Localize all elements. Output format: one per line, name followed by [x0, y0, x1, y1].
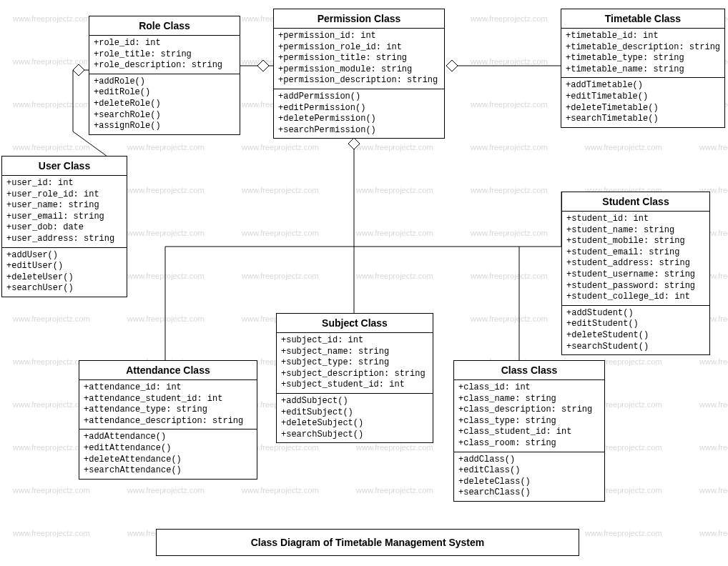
class-ops: +addSubject()+editSubject()+deleteSubjec… [277, 394, 433, 442]
class-member: +attendance_id: int [84, 382, 252, 394]
class-member: +editRole() [94, 87, 235, 99]
watermark-text: www.freeprojectz.com [699, 486, 728, 495]
class-member: +searchRole() [94, 110, 235, 121]
watermark-text: www.freeprojectz.com [127, 486, 205, 495]
class-ops: +addStudent()+editStudent()+deleteStuden… [562, 306, 709, 354]
class-member: +permission_title: string [278, 53, 440, 64]
class-member: +student_name: string [566, 225, 705, 237]
class-ops: +addUser()+editUser()+deleteUser()+searc… [2, 248, 127, 297]
class-member: +user_id: int [6, 178, 122, 189]
class-student: Student Class +student_id: int+student_n… [561, 192, 710, 355]
class-role: Role Class +role_id: int+role_title: str… [89, 16, 240, 135]
class-member: +editPermission() [278, 103, 440, 114]
class-member: +editAttendance() [84, 443, 252, 455]
class-ops: +addTimetable()+editTimetable()+deleteTi… [561, 78, 724, 126]
diagram-title-text: Class Diagram of Timetable Management Sy… [251, 537, 485, 548]
watermark-text: www.freeprojectz.com [699, 529, 728, 537]
class-member: +student_username: string [566, 269, 705, 281]
class-attrs: +user_id: int+user_role_id: int+user_nam… [2, 176, 127, 248]
svg-marker-9 [348, 138, 360, 149]
svg-marker-7 [446, 60, 458, 71]
watermark-text: www.freeprojectz.com [13, 143, 90, 152]
watermark-text: www.freeprojectz.com [585, 143, 662, 152]
class-ops: +addPermission()+editPermission()+delete… [274, 89, 444, 138]
watermark-text: www.freeprojectz.com [13, 14, 90, 23]
class-member: +addPermission() [278, 91, 440, 103]
class-member: +addStudent() [566, 308, 705, 319]
class-member: +student_address: string [566, 258, 705, 269]
watermark-text: www.freeprojectz.com [242, 272, 319, 280]
watermark-text: www.freeprojectz.com [699, 400, 728, 409]
class-member: +permission_description: string [278, 75, 440, 86]
class-member: +subject_id: int [281, 335, 428, 347]
class-member: +deleteAttendance() [84, 455, 252, 466]
class-member: +user_address: string [6, 234, 122, 245]
class-title: Permission Class [274, 9, 444, 29]
watermark-text: www.freeprojectz.com [127, 229, 205, 237]
watermark-text: www.freeprojectz.com [356, 229, 433, 237]
class-member: +student_mobile: string [566, 236, 705, 247]
class-attrs: +class_id: int+class_name: string+class_… [454, 380, 604, 452]
class-member: +addUser() [6, 250, 122, 262]
class-member: +editSubject() [281, 407, 428, 419]
watermark-text: www.freeprojectz.com [127, 143, 205, 152]
watermark-text: www.freeprojectz.com [127, 272, 205, 280]
class-ops: +addClass()+editClass()+deleteClass()+se… [454, 452, 604, 501]
watermark-text: www.freeprojectz.com [356, 443, 433, 452]
class-timetable: Timetable Class +timetable_id: int+timet… [561, 9, 725, 128]
class-member: +deleteStudent() [566, 330, 705, 342]
class-title: Class Class [454, 361, 604, 380]
class-member: +role_id: int [94, 38, 235, 49]
class-title: User Class [2, 157, 127, 176]
watermark-text: www.freeprojectz.com [242, 486, 319, 495]
watermark-text: www.freeprojectz.com [471, 229, 548, 237]
class-title: Subject Class [277, 314, 433, 333]
class-member: +searchSubject() [281, 430, 428, 441]
watermark-text: www.freeprojectz.com [699, 357, 728, 366]
watermark-text: www.freeprojectz.com [471, 186, 548, 194]
class-member: +student_college_id: int [566, 292, 705, 303]
class-member: +addClass() [458, 455, 600, 466]
class-member: +deleteUser() [6, 272, 122, 284]
svg-marker-2 [73, 64, 84, 76]
watermark-text: www.freeprojectz.com [471, 57, 548, 66]
class-member: +timetable_id: int [566, 31, 720, 42]
class-member: +deleteTimetable() [566, 103, 720, 114]
class-member: +editClass() [458, 465, 600, 477]
class-member: +addRole() [94, 76, 235, 88]
class-member: +permission_id: int [278, 31, 440, 42]
class-ops: +addRole()+editRole()+deleteRole()+searc… [89, 74, 240, 134]
watermark-text: www.freeprojectz.com [356, 143, 433, 152]
class-subject: Subject Class +subject_id: int+subject_n… [276, 313, 433, 443]
watermark-text: www.freeprojectz.com [471, 14, 548, 23]
class-member: +searchClass() [458, 487, 600, 499]
watermark-text: www.freeprojectz.com [13, 486, 90, 495]
class-member: +subject_description: string [281, 369, 428, 380]
class-member: +timetable_name: string [566, 64, 720, 76]
watermark-text: www.freeprojectz.com [699, 443, 728, 452]
watermark-text: www.freeprojectz.com [242, 229, 319, 237]
class-member: +searchTimetable() [566, 114, 720, 125]
class-member: +student_id: int [566, 214, 705, 225]
watermark-text: www.freeprojectz.com [356, 486, 433, 495]
watermark-text: www.freeprojectz.com [13, 100, 90, 109]
class-member: +searchPermission() [278, 125, 440, 136]
class-member: +class_name: string [458, 394, 600, 405]
class-member: +addSubject() [281, 396, 428, 407]
class-member: +editStudent() [566, 319, 705, 330]
class-attrs: +role_id: int+role_title: string+role_de… [89, 36, 240, 74]
class-member: +permission_role_id: int [278, 42, 440, 54]
class-member: +role_title: string [94, 49, 235, 61]
class-attrs: +subject_id: int+subject_name: string+su… [277, 333, 433, 394]
watermark-text: www.freeprojectz.com [242, 143, 319, 152]
class-member: +searchAttendance() [84, 465, 252, 477]
class-class: Class Class +class_id: int+class_name: s… [453, 360, 605, 502]
class-member: +assignRole() [94, 121, 235, 132]
class-ops: +addAttendance()+editAttendance()+delete… [79, 430, 257, 478]
class-member: +subject_student_id: int [281, 379, 428, 391]
class-member: +timetable_type: string [566, 53, 720, 64]
class-member: +subject_name: string [281, 347, 428, 358]
watermark-text: www.freeprojectz.com [699, 143, 728, 152]
class-attrs: +attendance_id: int+attendance_student_i… [79, 380, 257, 430]
class-member: +role_description: string [94, 60, 235, 71]
